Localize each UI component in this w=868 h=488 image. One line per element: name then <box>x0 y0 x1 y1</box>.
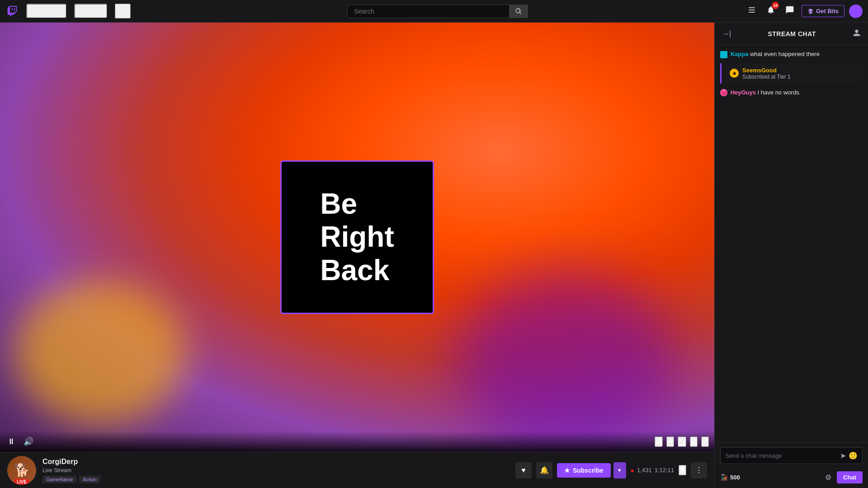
hype-train: 🚂 500 <box>720 474 820 481</box>
chat-messages: Kappa what even happened there ★ SeemsGo… <box>715 45 868 442</box>
chat-username[interactable]: HeyGuys <box>731 89 756 96</box>
chat-send-button[interactable]: Chat <box>837 471 863 483</box>
sub-star-icon: ★ <box>730 69 739 78</box>
clip-button[interactable]: ✂ <box>666 436 674 447</box>
subscribe-dropdown-button[interactable]: ▾ <box>613 462 626 479</box>
viewer-dot: ● <box>631 467 634 474</box>
get-bits-button[interactable]: Get Bits <box>802 5 844 17</box>
twitch-logo[interactable] <box>5 5 19 18</box>
fullscreen-button[interactable]: ⤢ <box>701 436 709 447</box>
bg-blob-1 <box>14 280 186 425</box>
chat-user-button[interactable] <box>851 27 863 41</box>
star-icon: ★ <box>564 467 570 474</box>
video-controls: ⏸ 🔊 ⚙ ✂ ▢ ⊞ ⤢ <box>0 431 714 452</box>
channel-tags: GameName Action <box>42 476 100 483</box>
video-background: BeRightBack <box>0 23 714 452</box>
channel-more-button[interactable]: ⋮ <box>691 462 707 479</box>
sub-username[interactable]: SeemsGood <box>742 67 791 74</box>
get-bits-label: Get Bits <box>816 8 839 14</box>
volume-button[interactable]: 🔊 <box>22 435 35 448</box>
chat-header: →| STREAM CHAT <box>715 23 868 45</box>
right-controls: ⚙ ✂ ▢ ⊞ ⤢ <box>655 436 709 447</box>
search-area <box>138 5 737 18</box>
game-tag[interactable]: GameName <box>42 476 76 483</box>
video-column: BeRightBack ⏸ 🔊 ⚙ ✂ ▢ ⊞ ⤢ 🐕 L <box>0 23 714 488</box>
user-avatar[interactable] <box>849 5 863 18</box>
multiview-button[interactable]: ⊞ <box>690 436 698 447</box>
send-arrow-icon[interactable]: ➤ <box>840 451 846 460</box>
chat-sub-wrapper: ★ SeemsGood Subscribed at Tier 1 <box>720 63 863 84</box>
channel-name[interactable]: CorgiDerp <box>42 458 100 466</box>
heart-button[interactable]: ♥ <box>515 462 532 479</box>
top-navigation: Following Browse ··· 16 Get Bits <box>0 0 868 23</box>
hype-icon: 🚂 <box>720 474 727 481</box>
chat-title: STREAM CHAT <box>736 30 847 38</box>
chat-sub-message: ★ SeemsGood Subscribed at Tier 1 <box>725 63 863 84</box>
bg-blob-2 <box>453 271 679 452</box>
chat-message: 💗 HeyGuys I have no words. <box>720 88 863 97</box>
subscribe-label: Subscribe <box>573 467 604 474</box>
search-button[interactable] <box>509 5 528 18</box>
notification-badge: 16 <box>772 2 779 9</box>
chat-message: Kappa what even happened there <box>720 50 863 59</box>
channel-info: CorgiDerp Live Stream GameName Action <box>42 458 100 483</box>
channel-subtitle: Live Stream <box>42 467 100 474</box>
live-badge: LIVE <box>14 479 29 485</box>
viewer-count: 1,431 <box>637 467 652 474</box>
sub-description: Subscribed at Tier 1 <box>742 74 791 80</box>
bell-button[interactable]: 🔔 <box>536 462 552 479</box>
chat-settings-button[interactable]: ⚙ <box>823 471 833 483</box>
viewer-info: ● 1,431 1:12:11 <box>631 467 674 474</box>
emote-icon[interactable]: 🙂 <box>849 451 858 460</box>
share-button[interactable]: ⬆ <box>679 465 686 475</box>
hype-count: 500 <box>730 474 740 481</box>
kappa-badge <box>720 51 727 58</box>
chat-input-box: ➤ 🙂 <box>720 447 863 464</box>
chat-message-text: I have no words. <box>756 89 801 96</box>
more-menu-button[interactable]: ··· <box>115 4 131 19</box>
channel-bar: 🐕 LIVE CorgiDerp Live Stream GameName Ac… <box>0 452 714 488</box>
chat-collapse-button[interactable]: →| <box>720 28 733 40</box>
chat-footer: 🚂 500 ⚙ Chat <box>715 469 868 488</box>
sub-details: SeemsGood Subscribed at Tier 1 <box>742 67 791 80</box>
chat-message-text: what even happened there <box>748 51 820 57</box>
category-tag[interactable]: Action <box>79 476 100 483</box>
main-content: BeRightBack ⏸ 🔊 ⚙ ✂ ▢ ⊞ ⤢ 🐕 L <box>0 23 868 488</box>
pause-button[interactable]: ⏸ <box>5 435 17 448</box>
chat-icon-button[interactable] <box>783 3 797 19</box>
channel-actions: ♥ 🔔 ★ Subscribe ▾ ● 1,431 1:12:11 ⬆ ⋮ <box>515 462 707 479</box>
chat-input-area: ➤ 🙂 <box>715 442 868 469</box>
chat-input[interactable] <box>725 452 837 459</box>
brb-overlay: BeRightBack <box>280 160 434 314</box>
search-input[interactable] <box>347 5 509 18</box>
treasury-button[interactable] <box>745 3 759 19</box>
notifications-button[interactable]: 16 <box>764 3 778 19</box>
brb-text: BeRightBack <box>311 178 403 296</box>
channel-avatar[interactable]: 🐕 LIVE <box>7 456 36 485</box>
stream-duration: 1:12:11 <box>655 467 674 474</box>
nav-right-actions: 16 Get Bits <box>745 3 863 19</box>
subscribe-button[interactable]: ★ Subscribe <box>557 463 611 478</box>
settings-button[interactable]: ⚙ <box>655 436 663 447</box>
heyguys-badge: 💗 <box>720 89 727 96</box>
search-bar <box>347 5 528 18</box>
crop-button[interactable]: ▢ <box>678 436 686 447</box>
following-link[interactable]: Following <box>26 4 67 19</box>
chat-username[interactable]: Kappa <box>731 51 749 57</box>
chat-panel: →| STREAM CHAT Kappa what even happened … <box>714 23 868 488</box>
browse-link[interactable]: Browse <box>74 4 108 19</box>
video-player[interactable]: BeRightBack ⏸ 🔊 ⚙ ✂ ▢ ⊞ ⤢ <box>0 23 714 452</box>
